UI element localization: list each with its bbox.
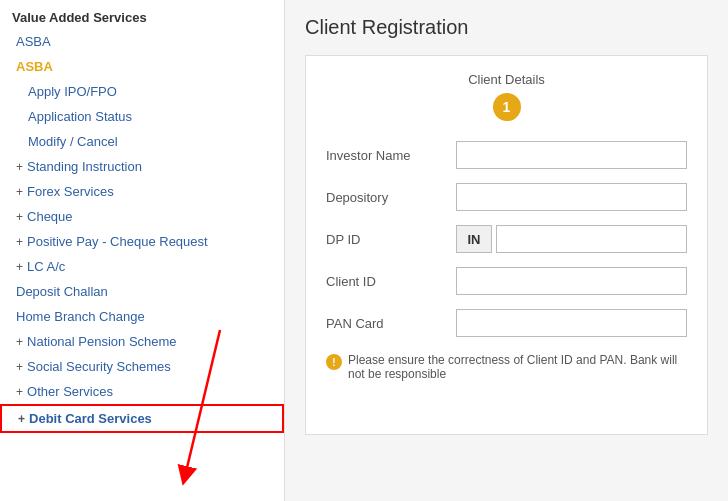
sidebar-item-application-status[interactable]: Application Status [0, 104, 284, 129]
sidebar-item-label: ASBA [16, 59, 53, 74]
dp-id-label: DP ID [326, 232, 456, 247]
plus-icon: + [16, 210, 23, 224]
step-circle: 1 [493, 93, 521, 121]
dp-id-row: DP ID IN [326, 225, 687, 253]
pan-card-label: PAN Card [326, 316, 456, 331]
client-id-label: Client ID [326, 274, 456, 289]
sidebar-item-social-security[interactable]: + Social Security Schemes [0, 354, 284, 379]
depository-label: Depository [326, 190, 456, 205]
investor-name-row: Investor Name [326, 141, 687, 169]
step-header: Client Details 1 [326, 72, 687, 121]
main-content: Client Registration Client Details 1 Inv… [285, 0, 728, 501]
plus-icon: + [16, 335, 23, 349]
sidebar-item-cheque[interactable]: + Cheque [0, 204, 284, 229]
sidebar-item-label: Other Services [27, 384, 113, 399]
sidebar-item-standing-instruction[interactable]: + Standing Instruction [0, 154, 284, 179]
pan-card-input[interactable] [456, 309, 687, 337]
sidebar-item-deposit-challan[interactable]: Deposit Challan [0, 279, 284, 304]
sidebar-item-modify-cancel[interactable]: Modify / Cancel [0, 129, 284, 154]
plus-icon: + [18, 412, 25, 426]
depository-input[interactable] [456, 183, 687, 211]
sidebar-item-asba-active[interactable]: ASBA [0, 54, 284, 79]
investor-name-label: Investor Name [326, 148, 456, 163]
notice-text: Please ensure the correctness of Client … [348, 353, 687, 381]
sidebar-item-label: ASBA [16, 34, 51, 49]
client-id-row: Client ID [326, 267, 687, 295]
sidebar-item-other-services[interactable]: + Other Services [0, 379, 284, 404]
sidebar-item-label: Positive Pay - Cheque Request [27, 234, 208, 249]
client-id-input[interactable] [456, 267, 687, 295]
depository-row: Depository [326, 183, 687, 211]
sidebar-item-label: Cheque [27, 209, 73, 224]
sidebar-item-apply-ipo[interactable]: Apply IPO/FPO [0, 79, 284, 104]
plus-icon: + [16, 260, 23, 274]
sidebar-item-lc-ac[interactable]: + LC A/c [0, 254, 284, 279]
sidebar-item-national-pension[interactable]: + National Pension Scheme [0, 329, 284, 354]
sidebar-item-label: Forex Services [27, 184, 114, 199]
sidebar-item-label: National Pension Scheme [27, 334, 177, 349]
plus-icon: + [16, 360, 23, 374]
plus-icon: + [16, 160, 23, 174]
plus-icon: + [16, 185, 23, 199]
sidebar-item-asba-group[interactable]: ASBA [0, 29, 284, 54]
sidebar-item-label: Modify / Cancel [28, 134, 118, 149]
pan-card-row: PAN Card [326, 309, 687, 337]
sidebar-item-label: Application Status [28, 109, 132, 124]
sidebar-item-debit-card-services[interactable]: + Debit Card Services [0, 404, 284, 433]
step-label: Client Details [326, 72, 687, 87]
sidebar-item-label: Apply IPO/FPO [28, 84, 117, 99]
sidebar-item-label: Home Branch Change [16, 309, 145, 324]
sidebar-item-label: Social Security Schemes [27, 359, 171, 374]
form-card: Client Details 1 Investor Name Depositor… [305, 55, 708, 435]
dp-id-prefix: IN [456, 225, 492, 253]
plus-icon: + [16, 385, 23, 399]
sidebar: Value Added Services ASBA ASBA Apply IPO… [0, 0, 285, 501]
sidebar-item-label: LC A/c [27, 259, 65, 274]
page-title: Client Registration [305, 16, 708, 39]
sidebar-item-label: Deposit Challan [16, 284, 108, 299]
dp-id-input[interactable] [496, 225, 687, 253]
plus-icon: + [16, 235, 23, 249]
investor-name-input[interactable] [456, 141, 687, 169]
notice-icon: ! [326, 354, 342, 370]
sidebar-item-label: Standing Instruction [27, 159, 142, 174]
sidebar-item-label: Debit Card Services [29, 411, 152, 426]
sidebar-item-forex-services[interactable]: + Forex Services [0, 179, 284, 204]
notice-bar: ! Please ensure the correctness of Clien… [326, 353, 687, 381]
sidebar-header: Value Added Services [0, 4, 284, 29]
sidebar-item-positive-pay[interactable]: + Positive Pay - Cheque Request [0, 229, 284, 254]
sidebar-item-home-branch-change[interactable]: Home Branch Change [0, 304, 284, 329]
